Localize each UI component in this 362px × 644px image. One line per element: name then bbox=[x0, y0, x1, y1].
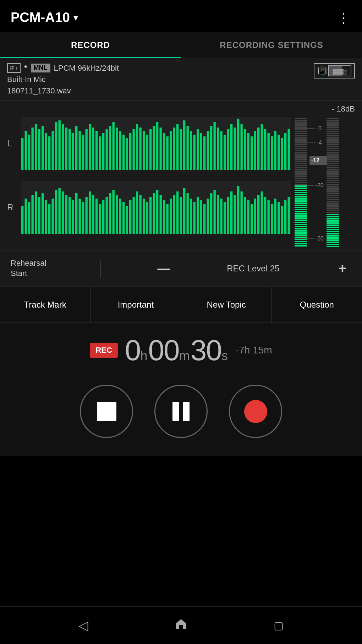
dropdown-arrow-icon[interactable]: ▾ bbox=[73, 13, 78, 23]
svg-rect-198 bbox=[295, 198, 307, 200]
svg-rect-55 bbox=[203, 136, 205, 170]
title-text: PCM-A10 bbox=[11, 10, 70, 25]
recent-apps-button[interactable]: ▢ bbox=[274, 619, 284, 632]
svg-rect-258 bbox=[327, 171, 339, 173]
mnl-badge: MNL bbox=[31, 64, 50, 72]
pause-button[interactable] bbox=[154, 385, 208, 438]
svg-rect-215 bbox=[295, 234, 307, 236]
svg-rect-142 bbox=[224, 202, 226, 234]
svg-rect-172 bbox=[295, 118, 307, 119]
svg-rect-201 bbox=[295, 205, 307, 206]
svg-rect-101 bbox=[86, 197, 88, 234]
svg-rect-104 bbox=[95, 199, 98, 234]
svg-rect-41 bbox=[156, 122, 158, 170]
svg-rect-274 bbox=[327, 233, 339, 234]
svg-rect-253 bbox=[327, 161, 339, 162]
svg-rect-102 bbox=[89, 191, 91, 234]
svg-rect-147 bbox=[241, 191, 243, 234]
svg-rect-227 bbox=[295, 173, 307, 175]
svg-rect-221 bbox=[295, 161, 307, 162]
app-title[interactable]: PCM-A10 ▾ bbox=[11, 10, 78, 25]
tab-recording-settings[interactable]: RECORDING SETTINGS bbox=[181, 32, 362, 58]
svg-rect-250 bbox=[327, 154, 339, 156]
important-button[interactable]: Important bbox=[90, 287, 181, 323]
svg-rect-194 bbox=[295, 190, 307, 191]
svg-rect-8 bbox=[45, 133, 47, 170]
channel-l-row: L bbox=[7, 117, 291, 170]
svg-rect-93 bbox=[59, 188, 61, 234]
svg-rect-242 bbox=[327, 137, 339, 139]
svg-rect-263 bbox=[327, 182, 339, 183]
svg-rect-249 bbox=[327, 152, 339, 153]
plus-button[interactable]: + bbox=[334, 260, 351, 276]
svg-rect-88 bbox=[42, 193, 44, 234]
svg-rect-77 bbox=[278, 135, 280, 170]
svg-rect-187 bbox=[295, 150, 307, 151]
svg-rect-126 bbox=[170, 199, 172, 234]
svg-rect-87 bbox=[38, 197, 40, 234]
divider bbox=[100, 260, 101, 277]
svg-rect-269 bbox=[327, 222, 339, 224]
record-button[interactable] bbox=[229, 385, 282, 438]
svg-rect-189 bbox=[295, 154, 307, 156]
svg-rect-46 bbox=[173, 128, 175, 170]
back-button[interactable]: ◁ bbox=[78, 618, 88, 633]
home-button[interactable] bbox=[175, 617, 187, 633]
db-label-18: - 18dB bbox=[332, 104, 355, 114]
track-mark-button[interactable]: Track Mark bbox=[0, 287, 90, 323]
svg-rect-61 bbox=[224, 135, 226, 170]
info-top-row: ⊞ ↑ * MNL LPCM 96kHz/24bit bbox=[7, 63, 119, 73]
svg-rect-271 bbox=[327, 227, 339, 228]
svg-rect-16 bbox=[72, 133, 74, 170]
svg-rect-212 bbox=[295, 228, 307, 229]
svg-rect-28 bbox=[113, 122, 115, 170]
svg-rect-177 bbox=[295, 129, 307, 130]
new-topic-button[interactable]: New Topic bbox=[181, 287, 272, 323]
rec-level-display: REC Level 25 bbox=[227, 264, 279, 274]
svg-rect-244 bbox=[327, 141, 339, 143]
svg-rect-29 bbox=[116, 128, 118, 170]
svg-rect-26 bbox=[106, 129, 108, 170]
svg-rect-22 bbox=[92, 128, 94, 170]
svg-rect-237 bbox=[327, 126, 339, 128]
svg-rect-264 bbox=[327, 184, 339, 185]
svg-rect-65 bbox=[237, 119, 239, 170]
svg-rect-95 bbox=[65, 195, 67, 234]
channel-icon: ⊞ ↑ bbox=[7, 63, 21, 73]
svg-rect-183 bbox=[295, 141, 307, 143]
more-menu-button[interactable]: ⋮ bbox=[336, 11, 351, 25]
svg-rect-218 bbox=[295, 241, 307, 242]
svg-rect-89 bbox=[45, 200, 47, 234]
stop-button[interactable] bbox=[80, 385, 133, 438]
timer-display: 0 h 00 m 30 s bbox=[125, 334, 229, 367]
svg-rect-203 bbox=[295, 209, 307, 210]
svg-rect-112 bbox=[122, 202, 125, 234]
question-button[interactable]: Question bbox=[272, 287, 362, 323]
minutes-unit: m bbox=[179, 348, 189, 363]
svg-rect-11 bbox=[55, 122, 57, 170]
svg-rect-111 bbox=[119, 199, 121, 234]
svg-rect-59 bbox=[217, 128, 219, 170]
svg-rect-17 bbox=[75, 126, 77, 170]
svg-rect-68 bbox=[247, 133, 249, 170]
waveform-r bbox=[21, 181, 291, 234]
svg-rect-233 bbox=[327, 118, 339, 119]
svg-rect-63 bbox=[230, 124, 232, 170]
svg-rect-109 bbox=[113, 190, 115, 234]
hours-unit: h bbox=[140, 348, 147, 363]
svg-rect-94 bbox=[62, 191, 64, 234]
controls-bar bbox=[0, 378, 362, 456]
svg-rect-5 bbox=[35, 124, 37, 170]
svg-rect-146 bbox=[237, 186, 239, 234]
waveform-l bbox=[21, 117, 291, 170]
svg-rect-190 bbox=[295, 156, 307, 158]
svg-rect-151 bbox=[254, 199, 256, 234]
svg-rect-33 bbox=[129, 133, 131, 170]
svg-rect-282 bbox=[327, 188, 339, 190]
svg-rect-43 bbox=[163, 133, 165, 170]
tab-record[interactable]: RECORD bbox=[0, 32, 181, 58]
svg-rect-273 bbox=[327, 231, 339, 232]
minutes-digit: 00 bbox=[148, 334, 179, 367]
mic-label: Built-In Mic bbox=[7, 75, 119, 84]
minus-button[interactable]: — bbox=[155, 261, 173, 276]
